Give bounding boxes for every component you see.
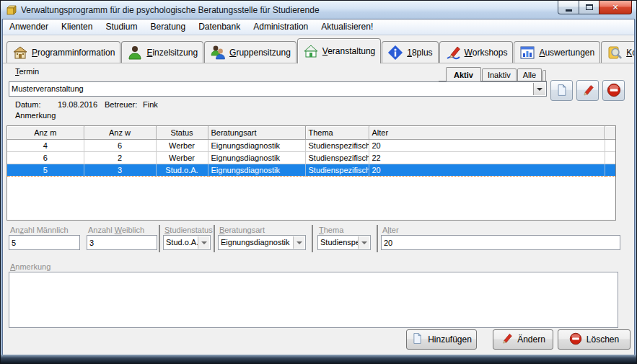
chevron-down-icon [293,236,304,249]
grid-header-row: Anz m Anz w Status Beratungsart Thema Al… [7,126,615,139]
close-button[interactable]: ✕ [599,1,632,14]
app-window: Verwaltungsprogramm für die psychologisc… [0,0,637,364]
window-title: Verwaltungsprogramm für die psychologisc… [21,1,320,19]
col-alter[interactable]: Alter [369,126,605,139]
new-page-icon [555,84,568,98]
studienstatus-select[interactable]: Stud.o.A. [163,235,211,250]
beratungsart-label: Beratungsart [219,226,265,234]
chevron-down-icon [198,236,209,249]
minimize-button[interactable] [558,1,579,14]
alter-label: Alter [382,226,399,234]
edit-pencil-icon [501,332,513,347]
termin-combobox-value: Musterveranstaltung [12,82,84,96]
table-row-selected[interactable]: 53 Stud.o.A.Eignungsdiagnostik Studiensp… [7,164,615,176]
col-anz-w[interactable]: Anz w [84,126,156,139]
filter-tabs: Aktiv Inaktiv Alle [439,66,547,81]
button-label: Hinzufügen [428,334,472,345]
chevron-down-icon [537,88,542,94]
col-spacer [605,126,615,139]
form-separator [312,225,313,252]
delete-termin-button[interactable] [602,80,625,101]
delete-icon [569,332,582,347]
loeschen-button[interactable]: Löschen [558,329,631,350]
col-beratungsart[interactable]: Beratungsart [208,126,305,139]
anzahl-maennlich-field[interactable] [9,235,80,250]
thema-label: Thema [319,226,343,234]
button-label: Ändern [517,334,545,345]
hinzufuegen-button[interactable]: Hinzufügen [406,329,477,350]
anmerkung-label: Anmerkung [10,262,50,271]
maximize-icon [586,4,593,10]
filter-tab-alle[interactable]: Alle [517,68,542,81]
form-separator [159,225,160,252]
app-icon [6,4,17,16]
edit-termin-button[interactable] [576,80,599,101]
datum-label: Datum: [15,100,40,109]
new-page-icon [411,332,423,347]
form-separator [377,225,378,252]
minimize-icon [566,9,572,12]
filter-tab-inaktiv[interactable]: Inaktiv [482,68,517,81]
tab-label: Veranstaltung [322,46,375,56]
tab-veranstaltung[interactable]: Veranstaltung [297,38,381,63]
maximize-button[interactable] [579,1,599,14]
filter-tab-edge [542,70,546,81]
studienstatus-label: Studienstatus [164,226,213,234]
betreuer-value: Fink [143,100,158,109]
col-thema[interactable]: Thema [305,126,369,139]
button-label: Löschen [587,334,619,345]
aendern-button[interactable]: Ändern [493,329,553,350]
filter-tab-aktiv[interactable]: Aktiv [446,67,481,81]
edit-pencil-icon [581,84,594,98]
window-controls: ✕ [558,1,632,14]
delete-icon [607,83,621,99]
alter-field[interactable] [381,235,620,250]
col-anz-m[interactable]: Anz m [7,126,84,139]
titlebar[interactable]: Verwaltungsprogramm für die psychologisc… [1,1,636,19]
termin-label: Termin [15,67,39,76]
datum-value: 19.08.2016 [58,100,97,109]
window-bottom-frame [1,355,636,363]
sessions-grid: Anz m Anz w Status Beratungsart Thema Al… [6,125,616,221]
anmerkung-textarea[interactable] [9,272,618,328]
anzahl-weiblich-field[interactable] [87,235,157,250]
betreuer-label: Betreuer: [105,100,137,109]
table-row[interactable]: 46 WerberEignungsdiagnostik Studienspezi… [7,139,615,151]
termin-combobox[interactable]: Musterveranstaltung [9,81,547,97]
table-row[interactable]: 62 WerberEignungsdiagnostik Studienspezi… [7,151,615,164]
thema-select[interactable]: Studienspez [317,235,371,250]
anzahl-maennlich-label: Anzahl Männlich [10,226,69,234]
beratungsart-select[interactable]: Eignungsdiagnostik [218,235,306,250]
anzahl-weiblich-label: Anzahl Weiblich [88,226,144,234]
client-area: Anwender Klienten Studium Beratung Daten… [3,19,634,355]
anmerkung-header-label: Anmerkung [15,111,56,120]
close-icon: ✕ [612,4,618,12]
termin-dropdown-button[interactable] [533,83,545,95]
col-status[interactable]: Status [156,126,208,139]
chevron-down-icon [358,236,369,249]
new-termin-button[interactable] [550,80,573,101]
green-house-icon [303,43,319,59]
veranstaltung-page: Termin Aktiv Inaktiv Alle Musterveransta… [3,19,634,355]
form-separator [214,225,215,252]
